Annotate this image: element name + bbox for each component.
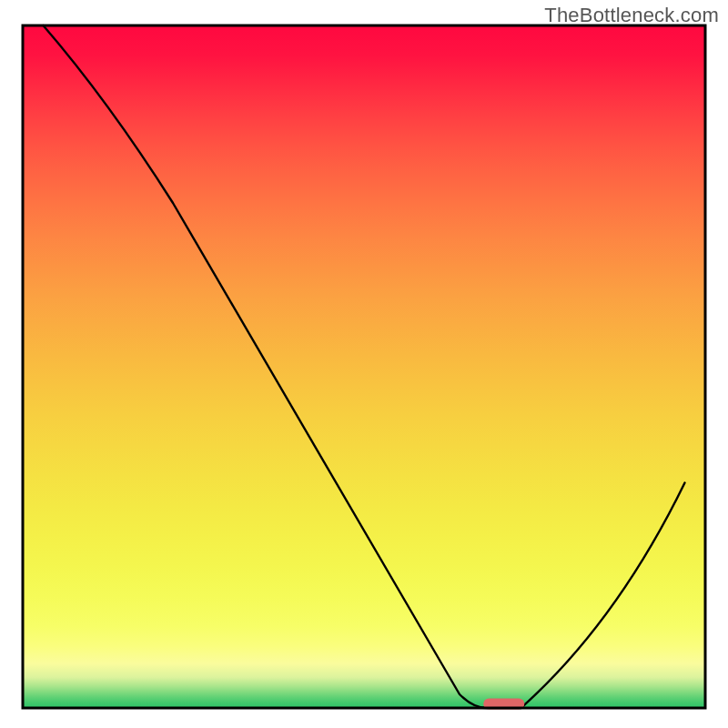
chart-svg <box>0 0 728 728</box>
watermark-text: TheBottleneck.com <box>544 4 719 27</box>
chart-container: TheBottleneck.com <box>0 0 728 728</box>
chart-background <box>23 25 705 708</box>
